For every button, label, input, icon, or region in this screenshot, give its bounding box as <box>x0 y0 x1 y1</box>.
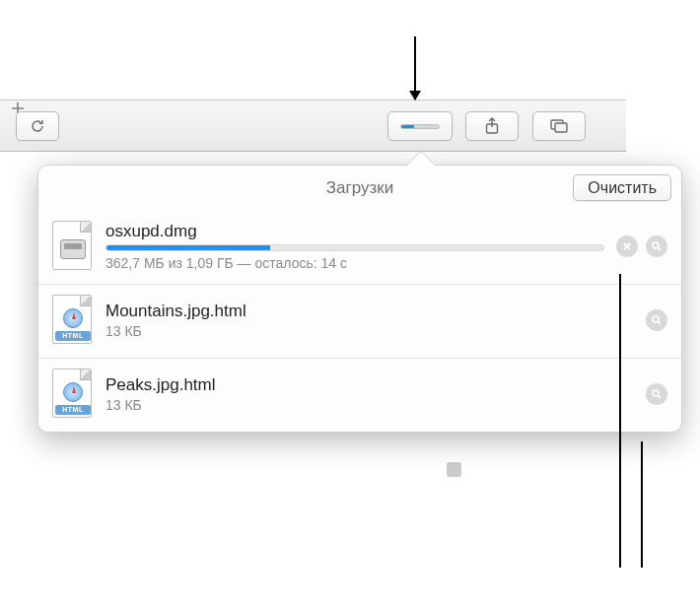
popover-title: Загрузки <box>326 178 393 198</box>
html-badge: HTML <box>55 331 91 341</box>
popover-header: Загрузки Очистить <box>38 166 681 211</box>
download-body: osxupd.dmg 362,7 МБ из 1,09 ГБ — осталос… <box>105 222 604 271</box>
page-fold-icon <box>80 295 92 306</box>
html-badge: HTML <box>55 405 91 415</box>
clear-button[interactable]: Очистить <box>573 174 671 201</box>
download-actions <box>616 235 667 257</box>
tabs-button[interactable] <box>532 111 586 141</box>
reveal-in-finder-button[interactable] <box>646 383 667 405</box>
download-body: Peaks.jpg.html 13 КБ <box>105 375 634 413</box>
download-name: osxupd.dmg <box>105 222 604 241</box>
safari-compass-icon <box>63 382 83 402</box>
magnifier-icon <box>651 240 663 252</box>
download-actions <box>646 383 667 405</box>
svg-point-5 <box>653 390 659 396</box>
magnifier-icon <box>651 388 663 400</box>
download-progress-bar <box>105 244 604 251</box>
tabs-icon <box>549 118 569 134</box>
file-page: HTML <box>52 295 92 344</box>
file-icon-html: HTML <box>52 369 94 420</box>
share-icon <box>484 117 500 135</box>
toolbar <box>0 100 626 152</box>
download-status: 13 КБ <box>105 397 634 413</box>
page-fold-icon <box>80 221 92 233</box>
disk-image-icon <box>60 239 86 259</box>
reload-icon <box>30 118 45 134</box>
downloads-list: osxupd.dmg 362,7 МБ из 1,09 ГБ — осталос… <box>38 211 681 432</box>
download-item: HTML Mountains.jpg.html 13 КБ <box>38 284 681 358</box>
file-icon-html: HTML <box>52 295 94 346</box>
download-actions <box>646 309 667 331</box>
cancel-download-button[interactable] <box>616 235 638 257</box>
file-icon-dmg <box>52 221 94 272</box>
reload-button[interactable] <box>16 111 59 141</box>
download-status: 362,7 МБ из 1,09 ГБ — осталось: 14 с <box>105 255 604 271</box>
callout-line-toolbar <box>414 36 416 100</box>
download-status: 13 КБ <box>105 323 634 339</box>
safari-compass-icon <box>63 308 83 328</box>
file-page <box>52 221 92 270</box>
reveal-in-finder-button[interactable] <box>646 309 667 331</box>
file-page: HTML <box>52 369 92 418</box>
downloads-progress-fill <box>401 125 414 128</box>
download-name: Peaks.jpg.html <box>105 375 634 395</box>
svg-point-4 <box>653 316 659 322</box>
svg-point-3 <box>653 242 659 248</box>
download-name: Mountains.jpg.html <box>105 302 634 321</box>
downloads-progress-icon <box>400 124 440 129</box>
page-fold-icon <box>80 369 92 380</box>
magnifier-icon <box>651 314 663 326</box>
download-item: osxupd.dmg 362,7 МБ из 1,09 ГБ — осталос… <box>38 211 681 284</box>
reveal-in-finder-button[interactable] <box>646 235 667 257</box>
download-progress-fill <box>106 245 270 250</box>
close-icon <box>622 241 632 251</box>
download-body: Mountains.jpg.html 13 КБ <box>105 302 634 339</box>
downloads-popover: Загрузки Очистить osxupd.dmg 362,7 МБ из… <box>37 165 682 433</box>
share-button[interactable] <box>465 111 519 141</box>
callout-line-cancel <box>619 274 621 568</box>
scrollbar-corner[interactable] <box>447 462 461 477</box>
svg-rect-2 <box>555 123 567 132</box>
downloads-button[interactable] <box>387 111 453 141</box>
stage: Загрузки Очистить osxupd.dmg 362,7 МБ из… <box>0 0 700 605</box>
callout-line-reveal <box>641 441 643 568</box>
download-item: HTML Peaks.jpg.html 13 КБ <box>38 358 681 432</box>
